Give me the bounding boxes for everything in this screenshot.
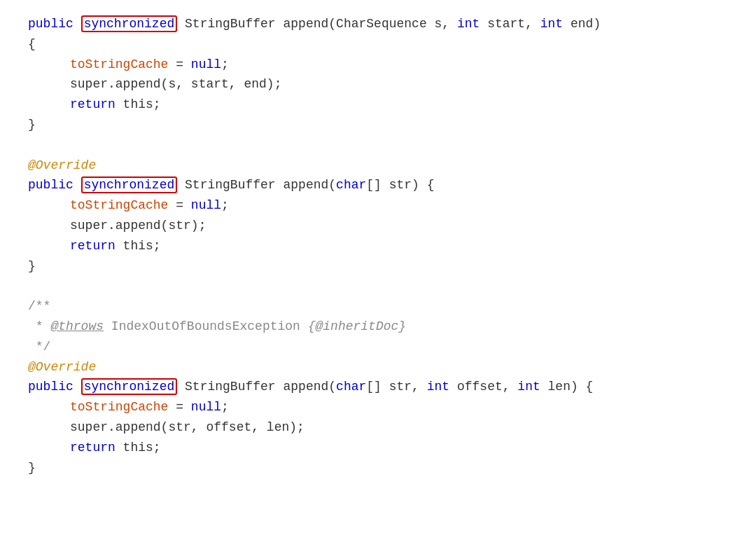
- super-call-1: super.append(s, start, end);: [70, 77, 281, 91]
- keyword-public-3: public: [28, 380, 81, 394]
- keyword-synchronized-1: synchronized: [81, 15, 178, 32]
- super-call-2: super.append(str);: [70, 219, 206, 233]
- method-3-close-brace: }: [28, 458, 728, 478]
- param-type-int-4: int: [517, 380, 540, 394]
- param-type-int-3: int: [427, 380, 449, 394]
- super-call-3: super.append(str, offset, len);: [70, 420, 304, 434]
- param-char-arr-2: [] str,: [366, 380, 426, 394]
- throws-exception: IndexOutOfBoundsException: [111, 319, 308, 333]
- annotation-override-2: @Override: [28, 357, 728, 378]
- method-name-1: append(CharSequence s,: [283, 17, 456, 31]
- javadoc-throws: * @throws IndexOutOfBoundsException {@in…: [28, 317, 728, 337]
- return-type-1: StringBuffer: [177, 17, 283, 31]
- method-2-close-brace: }: [28, 256, 728, 277]
- annotation-override-1: @Override: [28, 155, 728, 176]
- spacer-1: [28, 135, 728, 155]
- param-len: len) {: [540, 380, 594, 394]
- return-type-3: StringBuffer append(: [177, 380, 336, 394]
- method-2-line-3: return this;: [70, 236, 728, 256]
- param-char-arr-1: [] str) {: [366, 178, 434, 192]
- method-1-open-brace: {: [28, 34, 728, 55]
- code-viewer: public synchronized StringBuffer append(…: [28, 14, 728, 478]
- method-2-line-2: super.append(str);: [70, 216, 728, 236]
- null-3: null: [191, 400, 221, 414]
- method-1-signature: public synchronized StringBuffer append(…: [28, 14, 728, 34]
- keyword-synchronized-2: synchronized: [81, 176, 178, 193]
- param-type-int-1: int: [457, 17, 479, 31]
- method-2-signature: public synchronized StringBuffer append(…: [28, 175, 728, 195]
- method-3-line-1: toStringCache = null;: [70, 397, 728, 417]
- method-3-line-2: super.append(str, offset, len);: [70, 417, 728, 438]
- javadoc-end: */: [28, 337, 728, 357]
- annotation-text-2: @Override: [28, 360, 96, 374]
- method-3-signature: public synchronized StringBuffer append(…: [28, 377, 728, 397]
- method-1-line-2: super.append(s, start, end);: [70, 74, 728, 95]
- method-1-line-3: return this;: [70, 95, 728, 115]
- method-1-close-brace: }: [28, 115, 728, 135]
- param-start: start,: [479, 17, 540, 31]
- method-1-line-1: toStringCache = null;: [70, 55, 728, 75]
- param-type-char-2: char: [336, 380, 366, 394]
- keyword-synchronized-3: synchronized: [81, 378, 178, 395]
- param-end: end): [563, 17, 601, 31]
- var-toStringCache-1: toStringCache: [70, 57, 168, 71]
- var-toStringCache-3: toStringCache: [70, 400, 168, 414]
- keyword-public: public: [28, 17, 81, 31]
- var-toStringCache-2: toStringCache: [70, 198, 168, 212]
- method-3-line-3: return this;: [70, 438, 728, 458]
- return-type-2: StringBuffer append(: [177, 178, 336, 192]
- inherit-doc-ref: {@inheritDoc}: [308, 319, 406, 333]
- throws-tag: @throws: [50, 319, 104, 333]
- keyword-public-2: public: [28, 178, 81, 192]
- javadoc-start: /**: [28, 296, 728, 317]
- null-1: null: [191, 57, 221, 71]
- spacer-2: [28, 276, 728, 296]
- annotation-text-1: @Override: [28, 158, 96, 172]
- param-type-char-1: char: [336, 178, 366, 192]
- param-offset: offset,: [449, 380, 517, 394]
- param-type-int-2: int: [540, 17, 563, 31]
- null-2: null: [191, 198, 221, 212]
- method-2-line-1: toStringCache = null;: [70, 195, 728, 216]
